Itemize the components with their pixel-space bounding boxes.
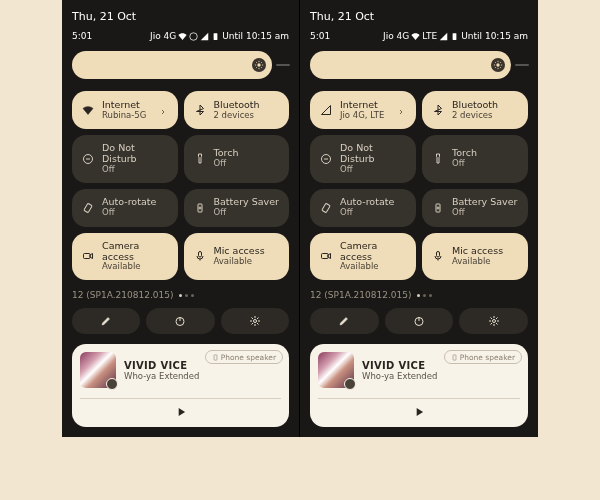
svg-rect-10 (214, 355, 217, 360)
mic-access-tile[interactable]: Mic accessAvailable (184, 233, 290, 281)
media-play-button[interactable] (80, 405, 281, 419)
wifi-icon (81, 104, 95, 116)
brightness-knob[interactable] (252, 58, 266, 72)
qs-tiles: InternetRubina-5G Bluetooth2 devices Do … (72, 91, 289, 280)
footer-buttons (310, 308, 528, 334)
dnd-tile[interactable]: Do Not DisturbOff (72, 135, 178, 183)
phone-speaker-icon (212, 354, 219, 361)
status-bar: 5:01 Jio 4G LTE Until 10:15 am (310, 31, 528, 41)
status-bar: 5:01 Jio 4G Until 10:15 am (72, 31, 289, 41)
date: Thu, 21 Oct (310, 10, 528, 23)
torch-tile[interactable]: TorchOff (422, 135, 528, 183)
media-progress[interactable] (80, 398, 281, 399)
play-icon (412, 405, 426, 419)
media-output-chip[interactable]: Phone speaker (205, 350, 283, 364)
build-row: 12 (SP1A.210812.015) (72, 290, 289, 300)
qs-panel-right: Thu, 21 Oct 5:01 Jio 4G LTE Until 10:15 … (300, 0, 538, 437)
svg-point-19 (492, 320, 495, 323)
mic-icon (431, 250, 445, 262)
torch-icon (193, 153, 207, 165)
bluetooth-tile[interactable]: Bluetooth2 devices (184, 91, 290, 129)
page-indicator (417, 294, 432, 297)
media-play-button[interactable] (318, 405, 520, 419)
svg-rect-20 (453, 355, 456, 360)
battery-status-icon (211, 32, 220, 41)
mic-access-tile[interactable]: Mic accessAvailable (422, 233, 528, 281)
date: Thu, 21 Oct (72, 10, 289, 23)
brightness-track (515, 64, 529, 66)
build-text: 12 (SP1A.210812.015) (72, 290, 173, 300)
album-art (318, 352, 354, 388)
internet-tile[interactable]: InternetJio 4G, LTE (310, 91, 416, 129)
dnd-icon (81, 153, 95, 165)
dnd-tile[interactable]: Do Not DisturbOff (310, 135, 416, 183)
pencil-icon (338, 315, 350, 327)
gear-icon (249, 315, 261, 327)
media-output-chip[interactable]: Phone speaker (444, 350, 522, 364)
svg-rect-16 (322, 254, 329, 259)
media-artist: Who-ya Extended (124, 371, 281, 381)
media-artist: Who-ya Extended (362, 371, 520, 381)
clock: 5:01 (310, 31, 330, 41)
svg-rect-4 (84, 203, 92, 212)
status-right: Jio 4G Until 10:15 am (150, 31, 289, 41)
wifi-status-icon (411, 32, 420, 41)
signal-status-icon (200, 32, 209, 41)
power-icon (174, 315, 186, 327)
svg-rect-6 (84, 254, 91, 259)
brightness-icon (493, 60, 503, 70)
camera-access-tile[interactable]: Camera accessAvailable (72, 233, 178, 281)
qs-tiles: InternetJio 4G, LTE Bluetooth2 devices D… (310, 91, 528, 280)
svg-point-0 (190, 32, 198, 40)
chevron-right-icon (397, 101, 407, 120)
settings-button[interactable] (221, 308, 289, 334)
battery-status-icon (450, 32, 459, 41)
camera-access-tile[interactable]: Camera accessAvailable (310, 233, 416, 281)
media-progress[interactable] (318, 398, 520, 399)
brightness-icon (254, 60, 264, 70)
build-text: 12 (SP1A.210812.015) (310, 290, 411, 300)
gear-icon (488, 315, 500, 327)
phone-speaker-icon (451, 354, 458, 361)
svg-rect-7 (198, 252, 201, 258)
bluetooth-tile[interactable]: Bluetooth2 devices (422, 91, 528, 129)
svg-rect-14 (322, 203, 330, 212)
edit-button[interactable] (310, 308, 379, 334)
edit-button[interactable] (72, 308, 140, 334)
battery-saver-icon (431, 202, 445, 214)
svg-point-9 (253, 320, 256, 323)
bluetooth-icon (431, 104, 445, 116)
media-card[interactable]: Phone speaker VIVID VICE Who-ya Extended (310, 344, 528, 427)
brightness-knob[interactable] (491, 58, 505, 72)
svg-rect-17 (437, 252, 440, 258)
qs-panel-left: Thu, 21 Oct 5:01 Jio 4G Until 10:15 am I… (62, 0, 300, 437)
power-button[interactable] (146, 308, 214, 334)
pencil-icon (100, 315, 112, 327)
camera-icon (319, 250, 333, 262)
volte-status-icon (189, 32, 198, 41)
autorotate-tile[interactable]: Auto-rotateOff (72, 189, 178, 227)
camera-icon (81, 250, 95, 262)
settings-button[interactable] (459, 308, 528, 334)
battery-saver-icon (193, 202, 207, 214)
power-icon (413, 315, 425, 327)
battery-saver-tile[interactable]: Battery SaverOff (422, 189, 528, 227)
svg-point-2 (257, 63, 260, 66)
build-row: 12 (SP1A.210812.015) (310, 290, 528, 300)
media-card[interactable]: Phone speaker VIVID VICE Who-ya Extended (72, 344, 289, 427)
internet-tile[interactable]: InternetRubina-5G (72, 91, 178, 129)
autorotate-icon (81, 202, 95, 214)
autorotate-tile[interactable]: Auto-rotateOff (310, 189, 416, 227)
page-indicator (179, 294, 194, 297)
footer-buttons (72, 308, 289, 334)
play-icon (174, 405, 188, 419)
brightness-slider[interactable] (310, 51, 511, 79)
torch-tile[interactable]: TorchOff (184, 135, 290, 183)
battery-saver-tile[interactable]: Battery SaverOff (184, 189, 290, 227)
clock: 5:01 (72, 31, 92, 41)
brightness-slider[interactable] (72, 51, 272, 79)
mic-icon (193, 250, 207, 262)
torch-icon (431, 153, 445, 165)
power-button[interactable] (385, 308, 454, 334)
svg-point-12 (496, 63, 499, 66)
